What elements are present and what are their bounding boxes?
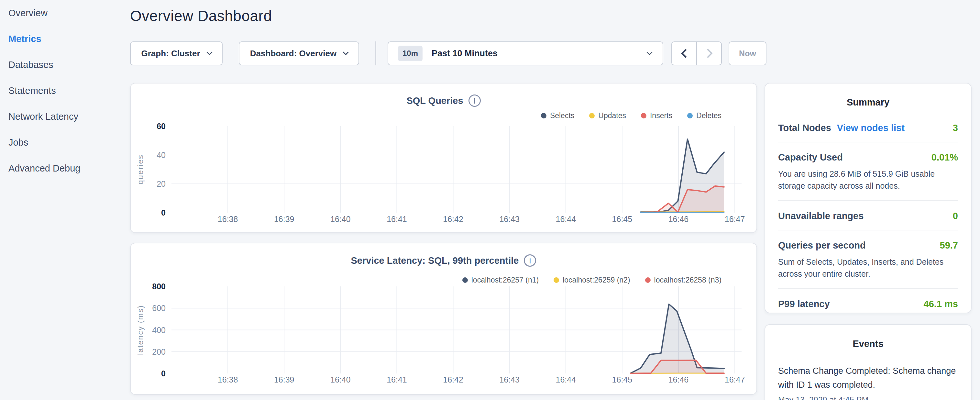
svg-text:16:43: 16:43	[499, 215, 520, 224]
summary-row-subtext: Sum of Selects, Updates, Inserts, and De…	[778, 256, 958, 280]
legend-item[interactable]: localhost:26257 (n1)	[462, 276, 539, 284]
legend-item[interactable]: Deletes	[687, 112, 721, 120]
view-nodes-list-link[interactable]: View nodes list	[837, 123, 905, 133]
svg-text:16:41: 16:41	[387, 215, 407, 224]
time-step-buttons	[671, 41, 722, 65]
summary-title: Summary	[778, 97, 958, 108]
legend-item[interactable]: Inserts	[641, 112, 672, 120]
legend-label: Updates	[598, 112, 626, 120]
legend-dot-icon	[541, 113, 546, 118]
legend-dot-icon	[645, 277, 651, 283]
events-panel: Events Schema Change Completed: Schema c…	[765, 324, 972, 400]
legend-dot-icon	[687, 113, 693, 118]
time-range-label: Past 10 Minutes	[431, 49, 498, 59]
summary-row-label: Total Nodes	[778, 123, 831, 133]
summary-panel: Summary Total Nodes View nodes list 3 Ca…	[765, 83, 972, 313]
summary-row-qps: Queries per second 59.7 Sum of Selects, …	[778, 230, 958, 288]
controls-divider	[375, 41, 376, 65]
summary-row-label: Unavailable ranges	[778, 211, 864, 222]
svg-text:16:39: 16:39	[274, 375, 294, 384]
time-range-selector[interactable]: 10m Past 10 Minutes	[388, 41, 663, 65]
chevron-down-icon	[207, 49, 212, 55]
summary-row-value: 59.7	[940, 240, 958, 251]
summary-row-label: Capacity Used	[778, 152, 843, 163]
chevron-right-icon	[703, 49, 712, 58]
svg-text:0: 0	[161, 208, 165, 217]
svg-text:16:46: 16:46	[668, 215, 689, 224]
sidebar-item-advanced-debug[interactable]: Advanced Debug	[8, 155, 129, 181]
chevron-left-icon	[681, 49, 690, 58]
summary-row-unavailable-ranges: Unavailable ranges 0	[778, 200, 958, 230]
svg-text:16:45: 16:45	[612, 215, 633, 224]
svg-text:20: 20	[157, 179, 165, 188]
svg-text:16:40: 16:40	[330, 215, 351, 224]
dashboard-label: Dashboard: Overview	[250, 49, 336, 59]
chart-legend: SelectsUpdatesInsertsDeletes	[541, 112, 721, 120]
sidebar-item-network-latency[interactable]: Network Latency	[8, 104, 129, 129]
svg-text:0: 0	[161, 369, 165, 378]
svg-text:16:45: 16:45	[612, 375, 633, 384]
legend-item[interactable]: localhost:26258 (n3)	[645, 276, 721, 284]
sidebar-item-databases[interactable]: Databases	[8, 52, 129, 78]
sidebar-item-overview[interactable]: Overview	[8, 0, 129, 26]
legend-dot-icon	[589, 113, 595, 118]
info-icon[interactable]: i	[524, 254, 536, 267]
svg-text:16:44: 16:44	[555, 375, 576, 384]
summary-row-p99-latency: P99 latency 46.1 ms	[778, 288, 958, 318]
svg-text:16:44: 16:44	[555, 215, 576, 224]
info-icon[interactable]: i	[468, 94, 481, 107]
svg-text:16:38: 16:38	[218, 215, 238, 224]
sidebar-item-jobs[interactable]: Jobs	[8, 129, 129, 155]
time-back-button[interactable]	[672, 42, 696, 65]
chart-legend: localhost:26257 (n1)localhost:26259 (n2)…	[462, 276, 721, 284]
event-list-item: Schema Change Completed: Schema change w…	[778, 364, 958, 400]
event-timestamp: May 13, 2020 at 4:45 PM	[778, 395, 958, 400]
summary-row-value: 46.1 ms	[924, 299, 958, 309]
svg-text:16:39: 16:39	[274, 215, 294, 224]
svg-text:latency (ms): latency (ms)	[136, 305, 145, 355]
legend-label: Selects	[550, 112, 574, 120]
svg-text:600: 600	[152, 304, 165, 312]
service-latency-chart-card: 16:3816:3916:4016:4116:4216:4316:4416:45…	[130, 243, 757, 395]
svg-text:400: 400	[152, 325, 165, 335]
summary-row-value: 0	[953, 211, 958, 222]
svg-text:16:42: 16:42	[443, 215, 463, 224]
time-forward-button[interactable]	[696, 42, 721, 65]
svg-text:800: 800	[152, 282, 165, 291]
graph-scope-dropdown[interactable]: Graph: Cluster	[130, 41, 223, 65]
summary-row-value: 0.01%	[931, 152, 958, 163]
svg-text:16:47: 16:47	[725, 375, 745, 384]
time-range-badge: 10m	[398, 46, 423, 61]
svg-text:60: 60	[157, 122, 165, 131]
summary-row-value: 3	[953, 123, 958, 133]
events-title: Events	[778, 338, 958, 349]
legend-item[interactable]: Selects	[541, 112, 574, 120]
now-button[interactable]: Now	[729, 41, 767, 65]
summary-row-total-nodes: Total Nodes View nodes list 3	[778, 123, 958, 142]
sql-queries-chart-card: 16:3816:3916:4016:4116:4216:4316:4416:45…	[130, 83, 757, 233]
chart-title-text: SQL Queries	[406, 96, 463, 106]
svg-text:16:41: 16:41	[387, 375, 407, 384]
page: Overview Metrics Databases Statements Ne…	[0, 0, 980, 400]
legend-label: Inserts	[650, 112, 672, 120]
dashboard-dropdown[interactable]: Dashboard: Overview	[239, 41, 359, 65]
legend-label: Deletes	[696, 112, 721, 120]
sidebar: Overview Metrics Databases Statements Ne…	[0, 0, 129, 400]
svg-text:16:38: 16:38	[218, 375, 238, 384]
chevron-down-icon	[343, 49, 348, 55]
legend-item[interactable]: localhost:26259 (n2)	[554, 276, 630, 284]
legend-label: localhost:26259 (n2)	[563, 276, 630, 284]
svg-text:16:40: 16:40	[330, 375, 351, 384]
sidebar-item-metrics[interactable]: Metrics	[8, 26, 129, 52]
graph-scope-label: Graph: Cluster	[141, 49, 200, 59]
sidebar-item-statements[interactable]: Statements	[8, 78, 129, 104]
legend-item[interactable]: Updates	[589, 112, 626, 120]
legend-dot-icon	[641, 113, 646, 118]
chart-title: SQL Queriesi	[131, 94, 756, 107]
legend-dot-icon	[462, 277, 468, 283]
event-message: Schema Change Completed: Schema change w…	[778, 364, 958, 392]
page-title: Overview Dashboard	[130, 7, 272, 25]
svg-text:queries: queries	[136, 155, 145, 185]
summary-row-label: P99 latency	[778, 299, 830, 309]
svg-text:16:46: 16:46	[668, 375, 689, 384]
